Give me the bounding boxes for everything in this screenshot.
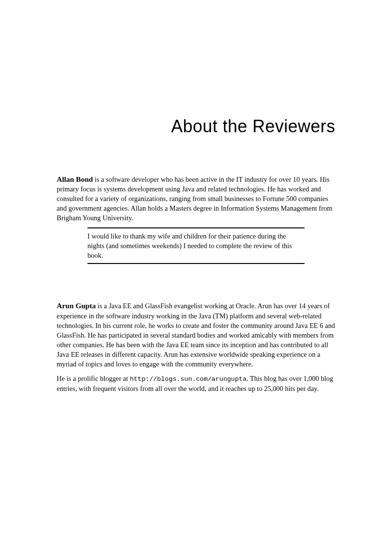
reviewer-bio-text-1: is a software developer who has been act… [57, 176, 332, 222]
quote-block-1: I would like to thank my wife and childr… [87, 227, 305, 264]
reviewer-bio-1: Allan Bond is a software developer who h… [57, 174, 335, 223]
page-content: About the Reviewers Allan Bond is a soft… [0, 0, 392, 393]
extra-before-url: He is a prolific blogger at [57, 375, 130, 382]
reviewer-bio-2: Arun Gupta is a Java EE and GlassFish ev… [57, 301, 335, 368]
page-title: About the Reviewers [57, 116, 335, 137]
quote-text-1: I would like to thank my wife and childr… [87, 228, 305, 263]
reviewer-name-2: Arun Gupta [57, 301, 96, 310]
section-gap [57, 264, 335, 301]
reviewer-name-1: Allan Bond [57, 175, 93, 183]
reviewer-bio-text-2: is a Java EE and GlassFish evangelist wo… [57, 302, 335, 367]
reviewer-extra-2: He is a prolific blogger at http://blogs… [57, 374, 335, 394]
blog-url: http://blogs.sun.com/arungupta [130, 376, 246, 383]
